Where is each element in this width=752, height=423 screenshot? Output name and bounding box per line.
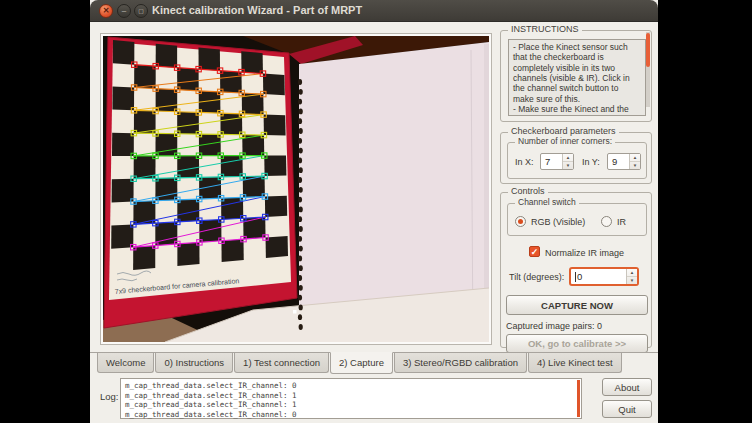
channel-switch-label: Channel switch	[515, 197, 579, 207]
tab-3-stereo-rgbd-calibration[interactable]: 3) Stereo/RGBD calibration	[394, 353, 527, 373]
rgb-radio[interactable]	[515, 216, 526, 227]
minimize-icon[interactable]: –	[117, 4, 131, 18]
camera-image: 7x9 checkerboard for camera calibration	[103, 36, 489, 342]
tilt-value[interactable]: 0	[571, 269, 626, 284]
tab-4-live-kinect-test[interactable]: 4) Live Kinect test	[528, 353, 622, 373]
captured-pairs-label: Captured image pairs: 0	[506, 321, 602, 331]
in-y-spinner[interactable]: 9 ▲▼	[607, 153, 641, 170]
tilt-spinner[interactable]: 0 ▲▼	[569, 267, 639, 286]
instructions-group: INSTRUCTIONS - Place the Kinect sensor s…	[500, 30, 652, 122]
controls-group: Controls Channel switch RGB (Visible) IR…	[500, 192, 652, 348]
in-x-spinner[interactable]: 7 ▲▼	[540, 153, 574, 170]
checkerboard-params-group: Checkerboard parameters Number of inner …	[500, 132, 652, 184]
log-text[interactable]: m_cap_thread_data.select_IR_channel: 0 m…	[125, 381, 573, 419]
tab-0-instructions[interactable]: 0) Instructions	[155, 353, 233, 373]
log-scrollbar[interactable]	[577, 380, 580, 417]
log-label: Log:	[100, 391, 119, 402]
log-box[interactable]: m_cap_thread_data.select_IR_channel: 0 m…	[120, 378, 582, 419]
normalize-ir-label[interactable]: Normalize IR image	[545, 248, 624, 258]
in-y-label: In Y:	[582, 157, 600, 167]
maximize-icon[interactable]: ▢	[134, 4, 148, 18]
window-title: Kinect calibration Wizard - Part of MRPT	[152, 4, 362, 16]
inner-corners-group: Number of inner corners: In X: 7 ▲▼ In Y…	[507, 142, 647, 179]
channel-switch-group: Channel switch RGB (Visible) IR	[507, 203, 647, 236]
instructions-label: INSTRUCTIONS	[508, 24, 582, 34]
close-icon[interactable]: ✕	[99, 4, 113, 18]
instructions-scrollbar-thumb[interactable]	[646, 33, 650, 67]
inner-corners-label: Number of inner corners:	[515, 136, 615, 146]
checkerboard-params-label: Checkerboard parameters	[508, 126, 619, 136]
tab-welcome[interactable]: Welcome	[97, 353, 154, 373]
in-y-spin-arrows[interactable]: ▲▼	[629, 154, 640, 169]
capture-now-button[interactable]: CAPTURE NOW	[506, 295, 648, 315]
rgb-radio-label[interactable]: RGB (Visible)	[531, 217, 585, 227]
tilt-label: Tilt (degrees):	[509, 272, 564, 282]
titlebar[interactable]: ✕ – ▢ Kinect calibration Wizard - Part o…	[90, 0, 658, 22]
instructions-scrollbar[interactable]	[646, 32, 650, 107]
controls-label: Controls	[508, 186, 548, 196]
tilt-spin-arrows[interactable]: ▲▼	[626, 269, 637, 284]
in-y-value[interactable]: 9	[608, 154, 629, 169]
ir-radio-label[interactable]: IR	[617, 217, 626, 227]
camera-image-panel: 7x9 checkerboard for camera calibration	[100, 33, 492, 345]
ok-calibrate-button[interactable]: OK, go to calibrate >>	[506, 334, 648, 353]
quit-button[interactable]: Quit	[602, 400, 652, 418]
ir-radio[interactable]	[601, 216, 612, 227]
tab-2-capture[interactable]: 2) Capture	[330, 352, 393, 374]
screen: ✕ – ▢ Kinect calibration Wizard - Part o…	[0, 0, 752, 423]
about-button[interactable]: About	[602, 378, 652, 396]
normalize-ir-checkbox[interactable]: ✓	[529, 246, 540, 257]
tab-bar: Welcome0) Instructions1) Test connection…	[90, 352, 658, 374]
in-x-value[interactable]: 7	[541, 154, 562, 169]
app-window: ✕ – ▢ Kinect calibration Wizard - Part o…	[90, 0, 658, 423]
in-x-label: In X:	[515, 157, 534, 167]
in-x-spin-arrows[interactable]: ▲▼	[562, 154, 573, 169]
instructions-textarea[interactable]: - Place the Kinect sensor such that the …	[508, 39, 646, 116]
tab-1-test-connection[interactable]: 1) Test connection	[234, 353, 329, 373]
